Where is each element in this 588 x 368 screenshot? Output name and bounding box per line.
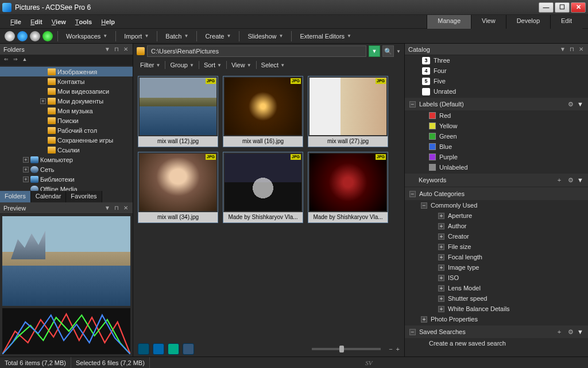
prop-row[interactable]: +Creator [405, 231, 588, 241]
prop-row[interactable]: +Lens Model [405, 283, 588, 293]
tree-toggle-icon[interactable]: + [40, 98, 46, 104]
thumbnail[interactable]: JPGmix wall (16).jpg [223, 76, 303, 147]
tree-item[interactable]: Моя музыка [0, 106, 133, 116]
tree-item[interactable]: +Библиотеки [0, 174, 133, 184]
tab-folders[interactable]: Folders [0, 191, 31, 202]
thumbnail[interactable]: JPGmix wall (34).jpg [138, 152, 218, 223]
label-row[interactable]: Unlabeled [405, 162, 588, 172]
label-row[interactable]: Yellow [405, 121, 588, 131]
tool-icon-3[interactable] [168, 343, 179, 355]
view-menu[interactable]: View▼ [229, 60, 254, 70]
thumbnail[interactable]: JPGmix wall (12).jpg [138, 76, 218, 147]
expand-icon[interactable]: + [438, 233, 444, 240]
catalog-list[interactable]: 3Three4Four5FiveUnrated−Labels (Default)… [405, 55, 588, 356]
catalog-pin-icon[interactable]: ⊓ [568, 46, 575, 53]
tree-toggle-icon[interactable] [40, 89, 46, 94]
tree-item[interactable]: Поиски [0, 116, 133, 125]
folder-tree[interactable]: ИзображенияКонтактыМои видеозаписи+Мои д… [0, 66, 133, 191]
nav-fwd-icon[interactable]: ⇒ [11, 56, 20, 64]
rating-row[interactable]: Unrated [405, 86, 588, 97]
tree-item[interactable]: Мои видеозаписи [0, 86, 133, 96]
prop-row[interactable]: +Image type [405, 262, 588, 273]
tool-icon-1[interactable] [138, 343, 149, 355]
nav-back-icon[interactable]: ⇐ [2, 56, 10, 64]
expand-icon[interactable]: − [421, 202, 427, 209]
tree-item[interactable]: +Сеть [0, 164, 133, 174]
tree-toggle-icon[interactable]: + [23, 167, 29, 172]
catalog-menu-icon[interactable]: ▼ [559, 46, 566, 53]
thumbnail[interactable]: JPGmix wall (27).jpg [308, 76, 388, 147]
tree-item[interactable]: Изображения [0, 67, 133, 76]
zoom-out-icon[interactable]: − [389, 346, 392, 352]
gear-icon[interactable]: ⚙ [568, 177, 574, 184]
expand-icon[interactable]: + [438, 223, 444, 229]
toolbar-import[interactable]: Import▼ [121, 31, 152, 41]
toolbar-batch[interactable]: Batch▼ [162, 31, 192, 41]
zoom-slider[interactable] [312, 348, 381, 350]
prop-row[interactable]: +Shutter speed [405, 293, 588, 304]
tool-icon-2[interactable] [153, 343, 164, 355]
panel-menu-icon[interactable]: ▼ [104, 46, 111, 53]
preview-menu-icon[interactable]: ▼ [104, 205, 111, 212]
tab-favorites[interactable]: Favorites [66, 191, 102, 202]
expand-icon[interactable]: + [438, 306, 444, 312]
zoom-in-icon[interactable]: + [396, 346, 400, 352]
thumbnail[interactable]: JPGMade by Shishkaryov Vla... [223, 152, 303, 223]
preview-close-icon[interactable]: ✕ [122, 205, 129, 212]
tree-toggle-icon[interactable] [23, 186, 29, 191]
prop-row[interactable]: +Focal length [405, 252, 588, 262]
nav-up-icon[interactable]: ▲ [21, 56, 29, 64]
tree-toggle-icon[interactable] [40, 69, 46, 75]
tree-item[interactable]: +Компьютер [0, 155, 133, 164]
select-menu[interactable]: Select▼ [259, 60, 288, 70]
expand-icon[interactable]: + [438, 264, 444, 271]
minimize-button[interactable]: — [539, 2, 554, 13]
home-icon[interactable] [5, 31, 15, 41]
toolbar-create[interactable]: Create▼ [202, 31, 234, 41]
record-icon[interactable] [30, 31, 40, 41]
expand-icon[interactable]: + [438, 296, 444, 302]
filter-menu[interactable]: Filter▼ [138, 60, 163, 70]
sort-menu[interactable]: Sort▼ [202, 60, 224, 70]
tree-item[interactable]: Сохраненные игры [0, 135, 133, 145]
tree-toggle-icon[interactable]: + [23, 157, 29, 163]
expand-icon[interactable]: + [438, 213, 444, 219]
prop-row[interactable]: +Author [405, 221, 588, 231]
expand-icon[interactable]: − [409, 329, 416, 335]
tree-item[interactable]: Ссылки [0, 145, 133, 155]
preview-pin-icon[interactable]: ⊓ [113, 205, 120, 212]
toolbar-workspaces[interactable]: Workspaces▼ [63, 31, 111, 41]
menu-tools[interactable]: Tools [71, 17, 96, 27]
group-menu[interactable]: Group▼ [168, 60, 196, 70]
cloud-icon[interactable] [42, 31, 53, 41]
label-row[interactable]: Green [405, 131, 588, 141]
mode-develop[interactable]: Develop [506, 15, 550, 29]
menu-view[interactable]: View [47, 17, 71, 27]
tab-calendar[interactable]: Calendar [31, 191, 67, 202]
plus-icon[interactable]: + [558, 328, 561, 335]
toolbar-external[interactable]: External Editors▼ [296, 31, 355, 41]
expand-icon[interactable]: + [438, 244, 444, 250]
label-row[interactable]: Red [405, 110, 588, 121]
autocat-section[interactable]: −Auto Categories [405, 187, 588, 200]
label-row[interactable]: Purple [405, 152, 588, 162]
close-button[interactable]: ✕ [571, 2, 586, 13]
thumbnail-grid[interactable]: JPGmix wall (12).jpgJPGmix wall (16).jpg… [133, 71, 404, 342]
tree-toggle-icon[interactable]: + [23, 177, 29, 182]
maximize-button[interactable]: ☐ [555, 2, 570, 13]
tree-toggle-icon[interactable] [40, 108, 46, 114]
common-row[interactable]: −Commonly Used [405, 200, 588, 210]
nav-icon[interactable] [17, 31, 28, 41]
thumbnail[interactable]: JPGMade by Shishkaryov Vla... [308, 152, 388, 223]
tree-toggle-icon[interactable] [40, 79, 46, 85]
expand-icon[interactable]: − [409, 191, 416, 197]
prop-row[interactable]: +ISO [405, 273, 588, 283]
tree-toggle-icon[interactable] [40, 128, 46, 133]
catalog-close-icon[interactable]: ✕ [578, 46, 585, 53]
expand-icon[interactable]: + [438, 275, 444, 281]
search-caret[interactable]: ▼ [396, 49, 401, 54]
gear-icon[interactable]: ⚙ [568, 328, 574, 336]
address-go-button[interactable]: ▼ [369, 45, 380, 57]
new-search-row[interactable]: Create a new saved search [405, 338, 588, 348]
tree-item[interactable]: Offline Media [0, 184, 133, 191]
